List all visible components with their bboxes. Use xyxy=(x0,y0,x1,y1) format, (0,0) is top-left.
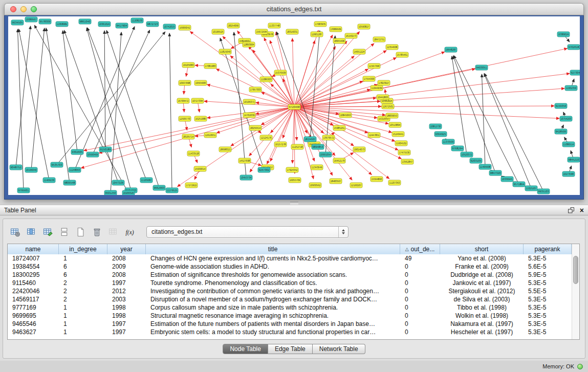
table-selector[interactable]: citations_edges.txt xyxy=(146,226,349,238)
close-panel-icon[interactable]: × xyxy=(580,207,584,214)
graph-edge[interactable] xyxy=(86,28,131,190)
graph-node[interactable]: 19648287 xyxy=(445,47,457,52)
graph-node[interactable]: 9847320 xyxy=(489,170,502,176)
graph-node[interactable]: 9159350 xyxy=(555,103,567,108)
graph-node[interactable]: 15985261 xyxy=(333,125,345,130)
table-row[interactable]: 2242004622012Investigating the contribut… xyxy=(8,287,579,295)
graph-node[interactable]: 9894853 xyxy=(312,144,324,149)
graph-node[interactable]: 18254066 xyxy=(227,23,239,28)
graph-node[interactable]: 14527698 xyxy=(238,158,251,163)
graph-node[interactable]: 10200320 xyxy=(122,190,135,195)
graph-node[interactable]: 10590827 xyxy=(358,24,370,29)
graph-node[interactable]: 11944939 xyxy=(371,85,383,91)
window-titlebar[interactable]: citations_edges.txt xyxy=(4,3,584,15)
graph-node[interactable]: 14651224 xyxy=(353,49,365,54)
graph-node[interactable]: 16906042 xyxy=(179,25,191,30)
function-builder-icon[interactable]: f(x) xyxy=(123,225,137,238)
graph-node[interactable]: 17554300 xyxy=(363,76,375,81)
graph-node[interactable]: 16251986 xyxy=(194,116,207,121)
graph-node[interactable]: 9578309 xyxy=(39,19,51,24)
close-button[interactable] xyxy=(10,6,16,12)
minimize-button[interactable] xyxy=(20,6,27,12)
graph-node[interactable]: 9403051 xyxy=(475,65,488,70)
graph-node[interactable]: 19565683 xyxy=(194,80,207,85)
graph-node[interactable]: 11337748 xyxy=(268,23,280,28)
graph-edge[interactable] xyxy=(31,28,45,170)
graph-node[interactable]: 18195714 xyxy=(182,134,194,139)
graph-node[interactable]: 11208230 xyxy=(131,18,143,23)
graph-edge[interactable] xyxy=(294,106,554,107)
tab-node-table[interactable]: Node Table xyxy=(223,344,268,354)
graph-node[interactable]: 10453734 xyxy=(240,175,252,180)
scrollbar-thumb[interactable] xyxy=(573,256,578,284)
graph-edge[interactable] xyxy=(294,69,368,107)
table-row[interactable]: 1938455462009Genome-wide association stu… xyxy=(8,262,579,271)
graph-edge[interactable] xyxy=(294,107,295,173)
graph-edge[interactable] xyxy=(294,107,352,180)
graph-node[interactable]: 10930562 xyxy=(309,183,321,188)
graph-node[interactable]: 9872723 xyxy=(146,21,159,27)
graph-node[interactable]: 10727394 xyxy=(191,98,204,103)
graph-node[interactable]: 13562847 xyxy=(401,159,413,164)
graph-edge[interactable] xyxy=(292,107,294,163)
graph-node[interactable]: 14702039 xyxy=(243,113,255,118)
graph-node[interactable]: 11604102 xyxy=(395,141,407,146)
column-header-name[interactable]: name xyxy=(8,244,59,254)
graph-edge[interactable] xyxy=(93,30,150,155)
graph-node[interactable]: 9806548 xyxy=(63,180,76,185)
graph-node[interactable]: 12447851 xyxy=(368,133,380,138)
table-row[interactable]: 1456911722003Disruption of a novel membe… xyxy=(8,295,579,303)
graph-edge[interactable] xyxy=(310,31,320,139)
graph-node[interactable]: 17475536 xyxy=(398,150,410,155)
zoom-button[interactable] xyxy=(31,6,37,12)
column-header-title[interactable]: title xyxy=(146,244,400,254)
graph-edge[interactable] xyxy=(294,84,377,107)
graph-node[interactable]: 9302605 xyxy=(71,149,83,155)
graph-node[interactable]: 18472751 xyxy=(373,37,385,42)
graph-edge[interactable] xyxy=(63,31,77,152)
table-settings-icon[interactable] xyxy=(8,225,22,238)
graph-node[interactable]: 9428506 xyxy=(555,129,567,134)
rename-table-icon[interactable] xyxy=(41,225,55,238)
graph-node[interactable]: 9634505 xyxy=(11,20,24,25)
graph-node[interactable]: 17272922 xyxy=(185,183,198,188)
graph-edge[interactable] xyxy=(169,33,172,190)
graph-edge[interactable] xyxy=(19,29,49,180)
graph-node[interactable]: 18256414 xyxy=(249,125,262,130)
graph-node[interactable]: 12160207 xyxy=(350,183,362,188)
graph-node[interactable]: 12672501 xyxy=(382,104,394,109)
graph-node[interactable]: 17823927 xyxy=(378,80,390,85)
graph-node[interactable]: 11343649 xyxy=(311,165,323,170)
graph-node[interactable]: 10742015 xyxy=(163,24,176,29)
graph-node[interactable]: 16452179 xyxy=(333,158,345,163)
choose-columns-icon[interactable] xyxy=(25,225,38,238)
graph-edge[interactable] xyxy=(234,32,246,178)
graph-node[interactable]: 9720468 xyxy=(288,104,300,110)
table-row[interactable]: 911546021997Tourette syndrome. Phenomeno… xyxy=(8,279,579,287)
table-row[interactable]: 1830029562008Estimation of significance … xyxy=(8,271,579,279)
graph-node[interactable]: 10845063 xyxy=(339,113,352,118)
table-row[interactable]: 1872400712008Changes of HCN gene express… xyxy=(8,254,579,262)
graph-node[interactable]: 9203105 xyxy=(470,158,482,163)
graph-edge[interactable] xyxy=(453,56,495,173)
graph-edge[interactable] xyxy=(294,49,567,107)
graph-node[interactable]: 11567390 xyxy=(368,63,380,69)
graph-node[interactable]: 17957303 xyxy=(249,87,262,92)
graph-node[interactable]: 17081983 xyxy=(204,63,216,69)
graph-node[interactable]: 17924342 xyxy=(286,167,298,172)
graph-node[interactable]: 9662903 xyxy=(153,185,165,190)
graph-node[interactable]: 18483507 xyxy=(330,179,342,184)
graph-node[interactable]: 12901287 xyxy=(311,32,323,37)
graph-node[interactable]: 9150189 xyxy=(99,147,112,152)
graph-node[interactable]: 9768294 xyxy=(451,146,464,151)
table-row[interactable]: 946362711997Embryonic stem cells: a mode… xyxy=(8,328,579,336)
float-panel-icon[interactable] xyxy=(568,207,575,214)
graph-node[interactable]: 10519894 xyxy=(389,122,401,127)
graph-node[interactable]: 11068982 xyxy=(56,21,68,27)
graph-node[interactable]: 11602350 xyxy=(565,85,577,91)
graph-node[interactable]: 12124176 xyxy=(260,135,272,140)
graph-node[interactable]: 9048752 xyxy=(10,165,22,170)
row-height-icon[interactable] xyxy=(57,225,71,238)
tab-network-table[interactable]: Network Table xyxy=(313,344,365,354)
graph-node[interactable]: 15376509 xyxy=(274,70,287,75)
